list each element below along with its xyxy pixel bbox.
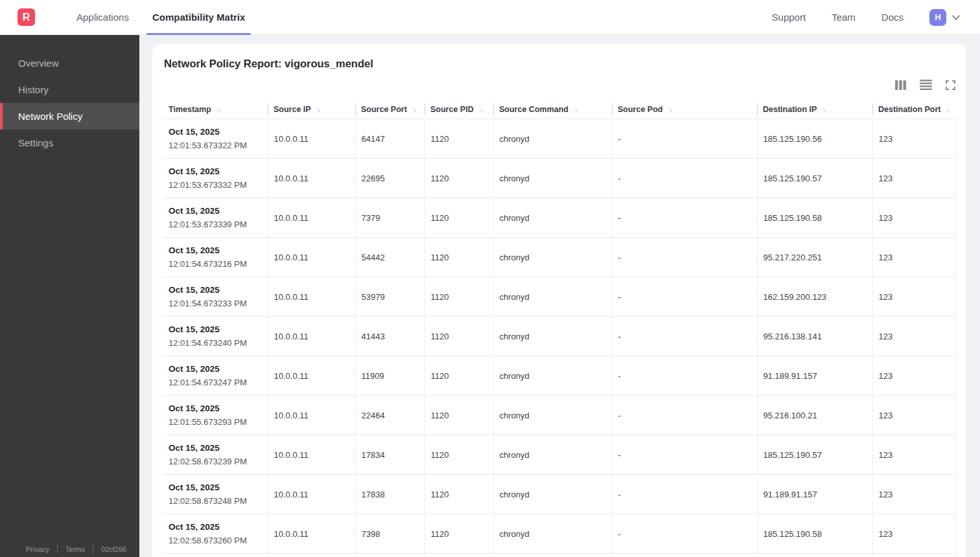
sort-icon[interactable]: ↑↓	[478, 106, 483, 113]
cell-source-command: chronyd	[493, 159, 612, 198]
column-divider[interactable]	[355, 104, 356, 116]
sort-icon[interactable]: ↑↓	[667, 106, 671, 113]
cell-source-command: chronyd	[493, 435, 612, 475]
cell-source-ip: 10.0.0.11	[268, 435, 355, 475]
cell-source-pod: -	[612, 159, 757, 198]
nav-tab-compatibility-matrix[interactable]: Compatibility Matrix	[146, 0, 251, 35]
user-avatar[interactable]: H	[929, 9, 946, 26]
cell-destination-port: 123	[872, 396, 955, 435]
column-header-source-port[interactable]: Source Port↑↓	[355, 100, 425, 119]
cell-timestamp: Oct 15, 2025 12:01:54.673247 PM	[163, 356, 268, 396]
footer-build-id: 02cf266	[101, 545, 126, 553]
cell-destination-ip: 95.216.100.21	[757, 396, 872, 435]
chevron-down-icon[interactable]	[950, 12, 962, 23]
column-divider[interactable]	[872, 104, 873, 116]
cell-destination-ip: 185.125.190.58	[757, 198, 872, 238]
cell-source-pod: -	[612, 119, 757, 159]
cell-source-pod: -	[612, 356, 757, 396]
cell-destination-port: 123	[872, 277, 955, 317]
cell-timestamp: Oct 15, 2025 12:02:58.673260 PM	[163, 514, 268, 554]
table-body: Oct 15, 2025 12:01:53.673322 PM 10.0.0.1…	[163, 119, 955, 557]
cell-destination-port: 123	[872, 238, 955, 277]
cell-timestamp: Oct 15, 2025 12:01:55.673293 PM	[163, 396, 268, 435]
cell-source-command: chronyd	[493, 238, 612, 277]
column-divider[interactable]	[425, 104, 425, 116]
sort-icon[interactable]: ↑↓	[316, 106, 320, 113]
cell-source-port: 7379	[355, 198, 425, 238]
cell-source-pod: -	[612, 396, 757, 435]
column-header-destination-port[interactable]: Destination Port↑↓	[872, 100, 955, 119]
nav-link-support[interactable]: Support	[772, 12, 806, 23]
fullscreen-icon[interactable]	[946, 80, 955, 90]
nav-link-docs[interactable]: Docs	[881, 12, 904, 23]
sort-icon[interactable]: ↑↓	[821, 106, 826, 113]
cell-source-pid: 1120	[425, 514, 493, 554]
cell-source-port: 41443	[355, 317, 425, 356]
column-divider[interactable]	[612, 104, 612, 116]
cell-source-ip: 10.0.0.11	[268, 356, 355, 396]
column-divider[interactable]	[268, 104, 268, 116]
app-logo-letter: R	[23, 12, 30, 23]
sidebar-item-overview[interactable]: Overview	[0, 50, 139, 76]
table-row: Oct 15, 2025 12:01:55.673293 PM 10.0.0.1…	[163, 396, 955, 435]
cell-source-ip: 10.0.0.11	[268, 475, 355, 514]
sidebar-item-network-policy[interactable]: Network Policy	[0, 103, 139, 130]
sort-icon[interactable]: ↑↓	[573, 106, 578, 113]
cell-destination-port: 123	[872, 475, 955, 514]
column-header-source-pod[interactable]: Source Pod↑↓	[612, 100, 757, 119]
table-row: Oct 15, 2025 12:01:53.673332 PM 10.0.0.1…	[163, 159, 955, 198]
sidebar-item-settings[interactable]: Settings	[0, 130, 139, 156]
sort-icon[interactable]: ↑↓	[946, 106, 950, 113]
column-header-source-ip[interactable]: Source IP↑↓	[268, 100, 355, 119]
cell-source-pid: 1120	[425, 317, 493, 356]
cell-source-command: chronyd	[493, 356, 612, 396]
cell-timestamp: Oct 15, 2025 12:01:54.673233 PM	[163, 277, 268, 317]
footer-link-terms[interactable]: Terms	[65, 545, 85, 553]
cell-destination-ip: 162.159.200.123	[757, 277, 872, 317]
footer-link-privacy[interactable]: Privacy	[26, 545, 49, 553]
cell-source-command: chronyd	[493, 475, 612, 514]
sort-icon[interactable]: ↑↓	[412, 106, 416, 113]
column-divider[interactable]	[493, 104, 494, 116]
cell-source-ip: 10.0.0.11	[268, 119, 355, 159]
cell-timestamp: Oct 15, 2025 12:01:54.673216 PM	[163, 238, 268, 277]
cell-destination-ip: 185.125.190.57	[757, 159, 872, 198]
column-header-source-command[interactable]: Source Command↑↓	[493, 100, 612, 119]
cell-source-command: chronyd	[493, 396, 612, 435]
sidebar-item-history[interactable]: History	[0, 76, 139, 103]
cell-source-pod: -	[612, 198, 757, 238]
cell-source-ip: 10.0.0.11	[268, 317, 355, 356]
cell-source-pid: 1120	[425, 356, 493, 396]
cell-destination-port: 123	[872, 159, 955, 198]
nav-link-team[interactable]: Team	[832, 12, 856, 23]
cell-source-port: 64147	[355, 119, 425, 159]
sort-icon[interactable]: ↑↓	[216, 106, 220, 113]
cell-source-ip: 10.0.0.11	[268, 159, 355, 198]
cell-timestamp: Oct 15, 2025 12:01:54.673240 PM	[163, 317, 268, 356]
cell-destination-ip: 91.189.91.157	[757, 356, 872, 396]
cell-destination-port: 123	[872, 514, 955, 554]
cell-timestamp: Oct 15, 2025 12:01:53.673339 PM	[163, 198, 268, 238]
cell-destination-port: 123	[872, 198, 955, 238]
cell-source-pod: -	[612, 514, 757, 554]
navbar-right: Support Team Docs H	[772, 9, 962, 26]
table-row: Oct 15, 2025 12:02:58.673248 PM 10.0.0.1…	[163, 475, 955, 514]
table-row: Oct 15, 2025 12:01:54.673247 PM 10.0.0.1…	[163, 356, 955, 396]
columns-view-icon[interactable]	[895, 80, 906, 90]
column-divider[interactable]	[757, 104, 758, 116]
cell-destination-ip: 185.125.190.56	[757, 119, 872, 159]
list-view-icon[interactable]	[920, 80, 932, 90]
cell-source-port: 22695	[355, 159, 425, 198]
cell-source-command: chronyd	[493, 277, 612, 317]
column-header-source-pid[interactable]: Source PID↑↓	[425, 100, 493, 119]
cell-source-command: chronyd	[493, 317, 612, 356]
cell-source-pid: 1120	[425, 238, 493, 277]
cell-destination-port: 123	[872, 435, 955, 475]
column-header-destination-ip[interactable]: Destination IP↑↓	[757, 100, 872, 119]
table-row: Oct 15, 2025 12:01:54.673216 PM 10.0.0.1…	[163, 238, 955, 277]
cell-source-ip: 10.0.0.11	[268, 396, 355, 435]
app-logo[interactable]: R	[18, 8, 35, 26]
cell-source-pod: -	[612, 554, 757, 557]
column-header-timestamp[interactable]: Timestamp↑↓	[163, 100, 268, 119]
nav-tab-applications[interactable]: Applications	[71, 0, 135, 35]
